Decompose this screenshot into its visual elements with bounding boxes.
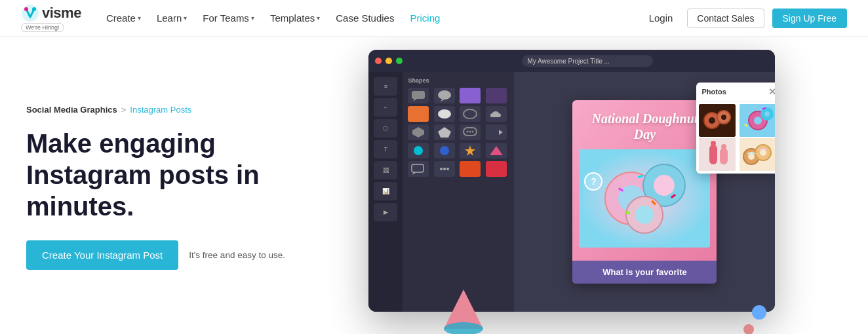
shape-circle-blue[interactable] [434,143,455,158]
tool-icon-image[interactable]: 🖼 [374,161,397,179]
svg-point-60 [760,149,766,156]
svg-point-43 [721,115,726,120]
nav-label-pricing: Pricing [410,12,440,24]
chevron-down-icon-teams: ▾ [251,14,254,22]
shape-orange-blob[interactable] [460,161,481,177]
svg-marker-6 [413,99,417,102]
nav-item-for-teams[interactable]: For Teams ▾ [196,7,261,29]
shape-ellipse-white[interactable] [434,106,455,122]
help-icon: ? [591,176,597,187]
ig-post-title: National Doughnut Day [572,111,717,142]
svg-marker-12 [438,127,451,138]
thumb1-svg [699,104,736,137]
svg-point-14 [467,131,469,133]
svg-point-1 [24,7,28,11]
tool-icon-data[interactable]: 📊 [374,182,397,200]
svg-rect-5 [412,91,425,99]
photo-thumb-2[interactable] [740,104,775,137]
shape-pentagon[interactable] [434,124,455,140]
hero-left: Social Media Graphics > Instagram Posts … [26,92,368,283]
svg-point-54 [711,141,716,146]
nav-label-create: Create [106,12,136,24]
breadcrumb-separator: > [121,105,127,115]
svg-point-58 [748,153,755,160]
nav-item-create[interactable]: Create ▾ [100,7,148,29]
shape-ellipse-gray[interactable] [460,106,481,122]
laptop-mockup: My Awesome Project Title ... ≡ ← ⬡ T 🖼 📊… [368,50,775,312]
logo-text[interactable]: visme [21,4,81,22]
chevron-down-icon-templates: ▾ [317,14,320,22]
tool-icon-layers[interactable]: ≡ [374,77,397,96]
shape-dots[interactable] [434,161,455,177]
shape-cloud[interactable] [486,106,507,122]
svg-point-31 [654,175,675,196]
nav-item-learn[interactable]: Learn ▾ [150,7,193,29]
breadcrumb: Social Media Graphics > Instagram Posts [26,105,368,115]
thumb2-svg [740,104,775,137]
svg-point-33 [635,206,654,224]
shape-bubble2[interactable] [434,88,455,103]
nav-item-templates[interactable]: Templates ▾ [264,7,326,29]
svg-point-10 [464,109,477,119]
shape-starburst[interactable] [460,143,481,158]
shapes-grid [408,88,509,177]
shape-rect-purple[interactable] [460,88,481,103]
breadcrumb-current[interactable]: Instagram Posts [130,105,191,115]
nav-label-learn: Learn [157,12,182,24]
shape-rect-orange[interactable] [408,106,429,122]
visme-logo-icon [21,4,39,22]
svg-marker-20 [465,145,475,156]
tool-icon-text[interactable]: T [374,140,397,158]
project-title-input[interactable]: My Awesome Project Title ... [522,55,653,67]
shape-circle-teal[interactable] [408,143,429,158]
shape-bubble1[interactable] [408,88,429,103]
canvas-area: National Doughnut Day [514,72,775,312]
photos-grid [696,102,775,174]
photos-panel-label: Photos [701,88,726,96]
shape-chat-bubble-outline[interactable] [408,161,429,177]
heading-line1: Make engaging [26,129,216,158]
breadcrumb-parent[interactable]: Social Media Graphics [26,105,117,115]
svg-point-7 [438,90,451,100]
hiring-badge: We're Hiring! [21,23,64,32]
contact-sales-button[interactable]: Contact Sales [687,9,764,28]
chevron-down-icon-create: ▾ [138,14,141,22]
nav-item-pricing[interactable]: Pricing [403,7,446,29]
cta-note: It's free and easy to use. [189,250,285,260]
svg-point-16 [472,131,474,133]
logo-area: visme We're Hiring! [21,4,81,32]
svg-point-15 [469,131,471,133]
nav-links: Create ▾ Learn ▾ For Teams ▾ Templates ▾… [100,7,642,29]
shape-rect-dark[interactable] [486,88,507,103]
photo-thumb-1[interactable] [699,104,736,137]
tools-sidebar: ≡ ← ⬡ T 🖼 📊 ▶ [368,72,403,312]
tool-icon-media[interactable]: ▶ [374,203,397,221]
photo-thumb-3[interactable] [699,138,736,171]
shape-red-rect[interactable] [486,161,507,177]
thumb4-svg [740,138,775,171]
svg-marker-8 [441,100,444,102]
svg-rect-52 [709,145,717,164]
svg-point-24 [440,168,443,170]
create-instagram-post-button[interactable]: Create Your Instagram Post [26,240,178,270]
login-button[interactable]: Login [642,9,680,28]
laptop-topbar: My Awesome Project Title ... [368,50,775,72]
shape-bubble-chat[interactable] [460,124,481,140]
svg-point-19 [440,146,449,155]
shapes-panel: Shapes [403,72,514,312]
shapes-panel-header: Shapes [408,77,509,84]
tool-icon-shapes[interactable]: ⬡ [374,119,397,138]
window-close-dot [375,58,382,64]
shape-triangle[interactable] [486,143,507,158]
svg-point-25 [443,168,446,170]
nav-item-case-studies[interactable]: Case Studies [329,7,401,29]
photo-thumb-4[interactable] [740,138,775,171]
signup-button[interactable]: Sign Up Free [772,9,847,28]
decor-cone-group [437,289,490,334]
chevron-down-icon-learn: ▾ [184,14,187,22]
tool-icon-back[interactable]: ← [374,98,397,117]
photos-panel-close-button[interactable]: ✕ [768,86,775,97]
shape-arrow[interactable] [486,124,507,140]
shape-hexagon[interactable] [408,124,429,140]
ig-post-preview: National Doughnut Day [572,100,717,284]
